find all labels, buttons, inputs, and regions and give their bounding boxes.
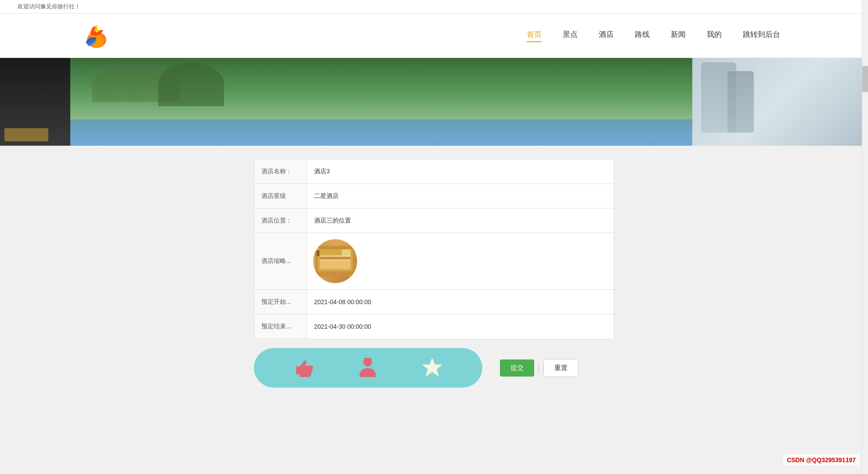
main-nav: 首页 景点 酒店 路线 新闻 我的 跳转到后台 <box>527 29 780 42</box>
banner-left <box>0 58 70 146</box>
banner-center <box>70 58 692 146</box>
value-booking-start[interactable] <box>307 290 614 314</box>
value-hotel-name[interactable] <box>307 159 614 183</box>
nav-item-home[interactable]: 首页 <box>527 29 542 42</box>
room-illustration <box>315 246 355 276</box>
form-row-booking-start: 预定开始... <box>254 290 614 314</box>
svg-rect-7 <box>320 257 351 259</box>
star-icon <box>420 356 445 380</box>
svg-rect-10 <box>342 249 351 256</box>
input-booking-end[interactable] <box>314 323 607 330</box>
button-divider: | <box>538 363 540 373</box>
action-buttons: 提交 | 重置 <box>500 359 579 377</box>
label-booking-end: 预定结束... <box>254 314 307 339</box>
thumbs-up-icon <box>292 356 316 380</box>
label-booking-start: 预定开始... <box>254 290 307 314</box>
nav-item-backend[interactable]: 跳转到后台 <box>743 29 780 42</box>
label-hotel-location: 酒店位置： <box>254 208 307 233</box>
form-row-hotel-location: 酒店位置： <box>254 208 614 233</box>
value-hotel-star[interactable] <box>307 184 614 208</box>
label-hotel-star: 酒店星级 <box>254 184 307 208</box>
form-row-booking-end: 预定结束... <box>254 314 614 339</box>
pill-bar <box>254 348 482 388</box>
header: 首页 景点 酒店 路线 新闻 我的 跳转到后台 <box>0 14 868 58</box>
banner-right <box>692 58 868 146</box>
nav-item-route[interactable]: 路线 <box>635 29 650 42</box>
svg-marker-13 <box>423 358 442 376</box>
button-area: 提交 | 重置 <box>254 339 614 401</box>
nav-item-mine[interactable]: 我的 <box>707 29 722 42</box>
submit-button[interactable]: 提交 <box>500 359 534 377</box>
nav-item-hotel[interactable]: 酒店 <box>599 29 614 42</box>
input-hotel-star[interactable] <box>314 193 393 200</box>
form-row-hotel-name: 酒店名称： <box>254 159 614 184</box>
logo-icon <box>79 18 114 53</box>
input-hotel-location[interactable] <box>314 217 607 224</box>
star-button[interactable] <box>420 355 446 381</box>
value-hotel-location[interactable] <box>307 208 614 233</box>
input-hotel-name[interactable] <box>314 168 607 175</box>
reset-button[interactable]: 重置 <box>543 359 579 377</box>
label-hotel-thumbnail: 酒店缩略... <box>254 233 307 289</box>
person-button[interactable] <box>355 355 381 381</box>
label-hotel-name: 酒店名称： <box>254 159 307 183</box>
thumbs-up-button[interactable] <box>290 355 317 381</box>
main-content: 酒店名称： 酒店星级 酒店位置： <box>0 146 868 414</box>
value-booking-end[interactable] <box>307 314 614 339</box>
hotel-thumbnail-image <box>313 239 357 283</box>
nav-item-news[interactable]: 新闻 <box>671 29 686 42</box>
svg-rect-8 <box>317 250 319 256</box>
page-scrollbar[interactable] <box>862 0 868 414</box>
form-row-hotel-star: 酒店星级 <box>254 184 614 208</box>
nav-item-scenic[interactable]: 景点 <box>563 29 578 42</box>
input-booking-start[interactable] <box>314 298 607 305</box>
logo-area <box>79 18 114 53</box>
page-scrollbar-thumb[interactable] <box>862 66 868 92</box>
form-container: 酒店名称： 酒店星级 酒店位置： <box>254 159 614 339</box>
form-row-hotel-thumbnail: 酒店缩略... <box>254 233 614 290</box>
value-hotel-thumbnail <box>307 233 614 289</box>
banner <box>0 58 868 146</box>
top-bar: 欢迎访问豫见你旅行社！ <box>0 0 868 14</box>
person-icon <box>356 356 380 380</box>
welcome-text: 欢迎访问豫见你旅行社！ <box>18 3 80 10</box>
